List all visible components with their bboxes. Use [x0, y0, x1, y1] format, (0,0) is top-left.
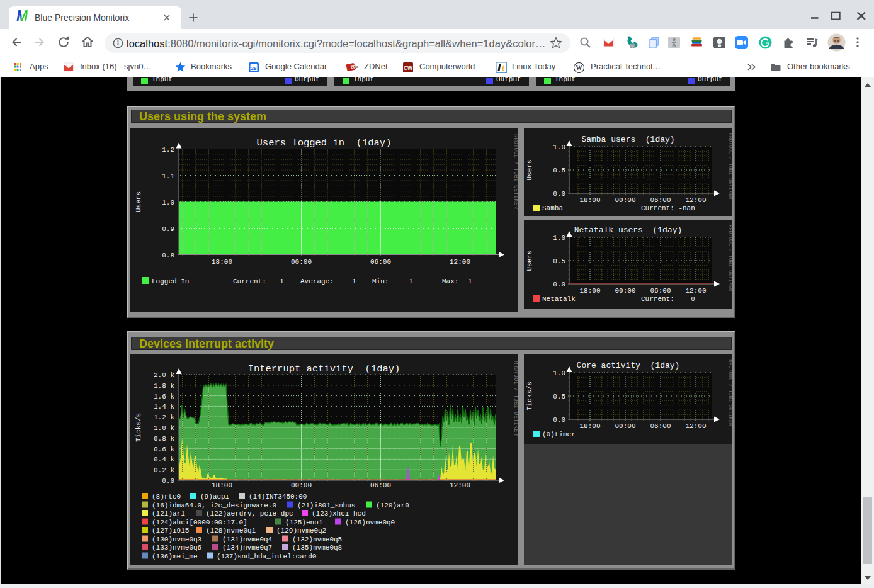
svg-text:0.0: 0.0: [553, 190, 565, 198]
svg-text:1.2: 1.2: [162, 146, 174, 154]
svg-text:RRDTOOL / TOBI OETIKER: RRDTOOL / TOBI OETIKER: [513, 134, 518, 209]
svg-text:Average:: Average:: [300, 278, 334, 285]
svg-text:Max:: Max:: [442, 278, 458, 285]
svg-text:1.1: 1.1: [162, 172, 174, 180]
svg-text:(129)nvme0q2: (129)nvme0q2: [276, 527, 326, 534]
svg-text:1.2 k: 1.2 k: [154, 414, 174, 421]
svg-text:12:00: 12:00: [450, 482, 470, 489]
svg-text:RRDTOOL / TOBI OETIKER: RRDTOOL / TOBI OETIKER: [728, 225, 732, 291]
svg-text:0.5: 0.5: [553, 257, 565, 265]
svg-text:(0)timer: (0)timer: [542, 431, 576, 438]
svg-text:(127)i915: (127)i915: [152, 527, 189, 534]
svg-text:0.0: 0.0: [553, 281, 565, 288]
svg-text:28: 28: [251, 65, 257, 71]
svg-text:1.8 k: 1.8 k: [154, 382, 174, 390]
svg-text:1.0: 1.0: [553, 144, 565, 151]
svg-text:t: t: [502, 63, 504, 72]
svg-text:0.9: 0.9: [162, 225, 174, 233]
svg-text:18:00: 18:00: [579, 196, 600, 204]
svg-text:(14)INT3450:00: (14)INT3450:00: [249, 493, 307, 500]
svg-text:12:00: 12:00: [685, 422, 706, 430]
svg-text:1.0 k: 1.0 k: [154, 424, 174, 432]
svg-text:(136)mei_me: (136)mei_me: [152, 553, 198, 560]
svg-text:12:00: 12:00: [685, 287, 706, 295]
svg-text:(21)i801_smbus: (21)i801_smbus: [297, 502, 355, 509]
svg-text:RRDTOOL / TOBI OETIKER: RRDTOOL / TOBI OETIKER: [728, 133, 732, 200]
svg-text:06:00: 06:00: [650, 287, 671, 295]
svg-text:Current: -nan: Current: -nan: [641, 205, 695, 212]
svg-text:CW: CW: [404, 65, 413, 71]
svg-text:1: 1: [409, 278, 413, 285]
svg-text:(124)ahci[0000:00:17.0]: (124)ahci[0000:00:17.0]: [152, 519, 247, 526]
svg-text:0.0: 0.0: [162, 477, 174, 485]
svg-text:(16)idma64.0, i2c_designware.0: (16)idma64.0, i2c_designware.0: [152, 502, 276, 509]
svg-text:1.0: 1.0: [553, 370, 565, 377]
svg-text:Core activity (1day): Core activity (1day): [577, 361, 680, 370]
svg-text:0.8 k: 0.8 k: [154, 435, 174, 443]
svg-text:06:00: 06:00: [650, 196, 671, 204]
svg-text:06:00: 06:00: [370, 482, 391, 489]
svg-text:(130)nvme0q3: (130)nvme0q3: [152, 536, 201, 543]
svg-text:RRDTOOL / TOBI OETIKER: RRDTOOL / TOBI OETIKER: [728, 359, 732, 426]
svg-text:?: ?: [631, 43, 633, 49]
svg-text:Users logged in (1day): Users logged in (1day): [257, 137, 392, 149]
svg-text:Netatalk users (1day): Netatalk users (1day): [574, 225, 683, 235]
svg-text:1.6 k: 1.6 k: [154, 393, 174, 400]
svg-text:Users: Users: [135, 191, 142, 212]
svg-text:(133)nvme0q6: (133)nvme0q6: [152, 544, 201, 551]
svg-text:2.0 k: 2.0 k: [154, 371, 174, 379]
svg-text:06:00: 06:00: [370, 258, 391, 266]
svg-text:Samba: Samba: [542, 205, 563, 212]
svg-text:18:00: 18:00: [212, 482, 232, 489]
svg-text:(126)nvme0q0: (126)nvme0q0: [345, 519, 395, 526]
svg-text:Users: Users: [526, 159, 533, 180]
svg-text:18:00: 18:00: [212, 258, 232, 266]
svg-text:1.0: 1.0: [162, 199, 174, 206]
svg-text:(120)ar0: (120)ar0: [376, 502, 409, 509]
svg-text:00:00: 00:00: [615, 422, 635, 430]
svg-text:18:00: 18:00: [579, 287, 600, 295]
svg-text:(132)nvme0q5: (132)nvme0q5: [292, 536, 342, 543]
svg-text:12:00: 12:00: [685, 196, 706, 204]
svg-text:1.4 k: 1.4 k: [154, 403, 174, 410]
svg-text:Current:: Current:: [233, 278, 266, 285]
svg-text:Min:: Min:: [372, 278, 389, 285]
svg-text:Samba users (1day): Samba users (1day): [581, 135, 674, 144]
svg-text:(125)eno1: (125)eno1: [285, 519, 323, 526]
svg-text:(128)nvme0q1: (128)nvme0q1: [206, 527, 256, 534]
svg-text:0.6 k: 0.6 k: [154, 446, 174, 453]
svg-text:1: 1: [468, 278, 472, 285]
svg-text:Ticks/s: Ticks/s: [135, 413, 142, 442]
svg-text:12:00: 12:00: [450, 258, 470, 266]
svg-text:(122)aerdrv, pcie-dpc: (122)aerdrv, pcie-dpc: [206, 510, 293, 517]
svg-text:Users: Users: [526, 250, 533, 271]
svg-text:Interrupt activity (1day): Interrupt activity (1day): [248, 363, 400, 375]
svg-text:(9)acpi: (9)acpi: [200, 493, 230, 500]
svg-text:(134)nvme0q7: (134)nvme0q7: [222, 544, 272, 551]
svg-text:0.5: 0.5: [553, 167, 565, 174]
svg-text:(135)nvme0q8: (135)nvme0q8: [292, 544, 342, 551]
svg-text:(131)nvme0q4: (131)nvme0q4: [222, 536, 273, 543]
svg-text:1: 1: [352, 278, 356, 285]
svg-text:00:00: 00:00: [291, 482, 312, 489]
svg-text:0.0: 0.0: [553, 416, 565, 424]
svg-text:0.4 k: 0.4 k: [154, 456, 174, 463]
svg-text:(123)xhci_hcd: (123)xhci_hcd: [312, 510, 366, 517]
svg-text:W: W: [576, 64, 582, 71]
svg-text:0.8: 0.8: [162, 252, 174, 259]
svg-text:0.5: 0.5: [553, 393, 565, 400]
svg-text:1: 1: [280, 278, 284, 285]
svg-text:(8)rtc0: (8)rtc0: [152, 493, 181, 500]
svg-text:Logged In: Logged In: [152, 278, 189, 285]
svg-text:Ticks/s: Ticks/s: [526, 382, 533, 410]
svg-text:1.0: 1.0: [553, 234, 565, 242]
svg-text:Current: 0: Current: 0: [641, 295, 695, 303]
svg-text:0.2 k: 0.2 k: [154, 466, 174, 474]
svg-text:(137)snd_hda_intel:card0: (137)snd_hda_intel:card0: [217, 553, 316, 560]
svg-text:06:00: 06:00: [650, 422, 671, 430]
svg-text:00:00: 00:00: [615, 287, 635, 295]
svg-text:(121)ar1: (121)ar1: [152, 510, 185, 517]
svg-text:RRDTOOL / TOBI OETIKER: RRDTOOL / TOBI OETIKER: [513, 361, 518, 436]
svg-text:00:00: 00:00: [291, 258, 312, 266]
svg-text:00:00: 00:00: [615, 196, 635, 204]
